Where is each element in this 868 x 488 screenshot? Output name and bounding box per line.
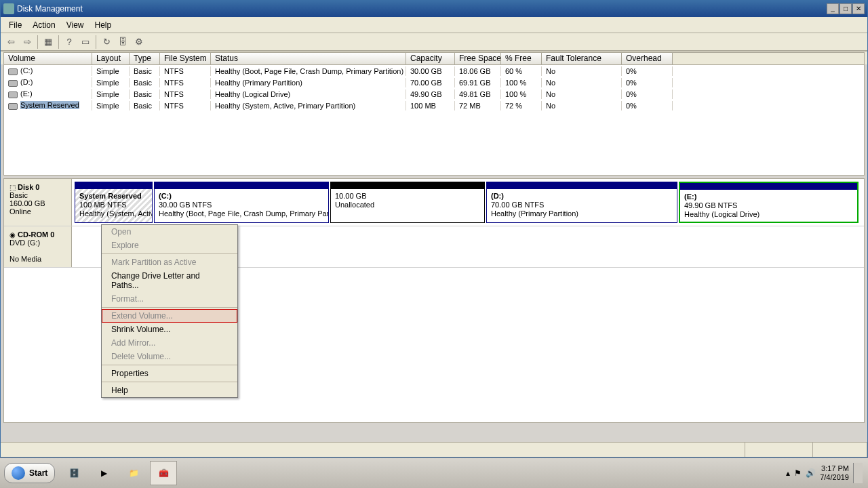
system-tray[interactable]: ▴ ⚑ 🔊 3:17 PM 7/4/2019 bbox=[781, 463, 868, 483]
start-button[interactable]: Start bbox=[4, 463, 55, 483]
minimize-button[interactable]: _ bbox=[827, 3, 839, 14]
volume-row[interactable]: (E:)SimpleBasicNTFSHealthy (Logical Driv… bbox=[4, 88, 864, 100]
forward-button[interactable]: ⇨ bbox=[20, 35, 35, 49]
column-header[interactable]: Fault Tolerance bbox=[542, 53, 622, 64]
cdrom-label: CD-ROM 0 bbox=[18, 230, 54, 239]
refresh-button[interactable]: ↻ bbox=[99, 35, 114, 49]
disk-label: Disk 0 bbox=[18, 183, 39, 191]
menu-item-shrinkvolume[interactable]: Shrink Volume... bbox=[102, 323, 237, 336]
column-header[interactable]: Volume bbox=[4, 53, 92, 64]
show-hide-console-tree-button[interactable]: ▦ bbox=[41, 35, 56, 49]
disk-type: Basic bbox=[9, 191, 28, 199]
close-button[interactable]: ✕ bbox=[852, 3, 865, 14]
partition-unallocated[interactable]: 10.00 GBUnallocated bbox=[330, 182, 485, 223]
show-hidden-icons[interactable]: ▴ bbox=[786, 468, 790, 478]
menu-item-markpartitionasactive: Mark Partition as Active bbox=[102, 256, 237, 269]
disk-0-header[interactable]: ⬚ Disk 0 Basic 160.00 GB Online bbox=[4, 179, 72, 226]
app-icon bbox=[3, 3, 14, 14]
status-text bbox=[1, 443, 745, 457]
server-manager-icon: 🗄️ bbox=[69, 468, 79, 478]
menubar: FileActionViewHelp bbox=[1, 17, 867, 33]
window-title: Disk Management bbox=[17, 4, 83, 14]
start-orb-icon bbox=[12, 466, 25, 480]
volume-icon[interactable]: 🔊 bbox=[806, 468, 816, 478]
cdrom-0-header[interactable]: ◉ CD-ROM 0 DVD (G:) No Media bbox=[4, 226, 72, 267]
settings-button[interactable]: ⚙ bbox=[132, 35, 146, 49]
volume-list-pane[interactable]: VolumeLayoutTypeFile SystemStatusCapacit… bbox=[3, 52, 865, 176]
cdrom-drive: DVD (G:) bbox=[9, 239, 40, 247]
clock-date: 7/4/2019 bbox=[820, 473, 849, 482]
diskmgmt-icon: 🧰 bbox=[159, 468, 169, 478]
menu-item-changedriveletterandpaths[interactable]: Change Drive Letter and Paths... bbox=[102, 269, 237, 292]
menu-item-open: Open bbox=[102, 225, 237, 239]
disk-0-row: ⬚ Disk 0 Basic 160.00 GB Online System R… bbox=[4, 179, 864, 226]
powershell-icon: ▶ bbox=[101, 468, 107, 478]
menu-item-properties[interactable]: Properties bbox=[102, 367, 237, 380]
menu-help[interactable]: Help bbox=[90, 19, 117, 31]
volume-row[interactable]: System ReservedSimpleBasicNTFSHealthy (S… bbox=[4, 100, 864, 111]
column-header[interactable]: % Free bbox=[501, 53, 542, 64]
status-cell-1 bbox=[745, 443, 813, 457]
cdrom-state: No Media bbox=[9, 255, 41, 263]
menu-item-deletevolume: Delete Volume... bbox=[102, 350, 237, 363]
disk-state: Online bbox=[9, 207, 31, 216]
column-header[interactable]: Status bbox=[211, 53, 406, 64]
titlebar[interactable]: Disk Management _ □ ✕ bbox=[1, 1, 867, 17]
column-header[interactable]: Free Space bbox=[455, 53, 501, 64]
partition-area: System Reserved100 MB NTFSHealthy (Syste… bbox=[72, 179, 864, 226]
show-hide-action-pane-button[interactable]: ▭ bbox=[78, 35, 93, 49]
start-label: Start bbox=[29, 468, 47, 478]
taskbar[interactable]: Start 🗄️ ▶ 📁 🧰 ▴ ⚑ 🔊 3:17 PM 7/4/2019 bbox=[0, 458, 868, 488]
volume-row[interactable]: (D:)SimpleBasicNTFSHealthy (Primary Part… bbox=[4, 77, 864, 88]
menu-item-format: Format... bbox=[102, 292, 237, 306]
column-header[interactable]: Layout bbox=[92, 53, 130, 64]
partition-c[interactable]: (C:)30.00 GB NTFSHealthy (Boot, Page Fil… bbox=[154, 182, 329, 223]
taskbar-item-explorer[interactable]: 📁 bbox=[120, 461, 147, 485]
statusbar bbox=[1, 442, 867, 457]
volume-row[interactable]: (C:)SimpleBasicNTFSHealthy (Boot, Page F… bbox=[4, 65, 864, 77]
show-desktop-button[interactable] bbox=[853, 463, 863, 483]
context-menu[interactable]: OpenExploreMark Partition as ActiveChang… bbox=[101, 224, 238, 398]
column-header[interactable]: File System bbox=[160, 53, 211, 64]
partition-e[interactable]: (E:)49.90 GB NTFSHealthy (Logical Drive) bbox=[679, 182, 859, 223]
help-button[interactable]: ? bbox=[62, 35, 77, 49]
back-button[interactable]: ⇦ bbox=[3, 35, 18, 49]
partition-systemreserved[interactable]: System Reserved100 MB NTFSHealthy (Syste… bbox=[75, 182, 153, 223]
toolbar: ⇦ ⇨ ▦ ? ▭ ↻ 🗄 ⚙ bbox=[1, 33, 867, 51]
taskbar-item-diskmgmt[interactable]: 🧰 bbox=[150, 461, 177, 485]
column-header[interactable]: Capacity bbox=[406, 53, 455, 64]
taskbar-item-server-manager[interactable]: 🗄️ bbox=[60, 461, 87, 485]
menu-file[interactable]: File bbox=[3, 19, 27, 31]
status-cell-2 bbox=[813, 443, 867, 457]
maximize-button[interactable]: □ bbox=[840, 3, 852, 14]
menu-item-explore: Explore bbox=[102, 239, 237, 252]
clock-time: 3:17 PM bbox=[820, 464, 849, 473]
clock[interactable]: 3:17 PM 7/4/2019 bbox=[820, 464, 849, 482]
column-header[interactable]: Type bbox=[130, 53, 160, 64]
partition-d[interactable]: (D:)70.00 GB NTFSHealthy (Primary Partit… bbox=[486, 182, 677, 223]
flag-icon[interactable]: ⚑ bbox=[794, 468, 802, 478]
disk-management-window: Disk Management _ □ ✕ FileActionViewHelp… bbox=[0, 0, 868, 458]
menu-view[interactable]: View bbox=[61, 19, 90, 31]
menu-item-extendvolume: Extend Volume... bbox=[102, 309, 237, 323]
disk-size: 160.00 GB bbox=[9, 199, 45, 207]
menu-item-addmirror: Add Mirror... bbox=[102, 336, 237, 350]
taskbar-item-powershell[interactable]: ▶ bbox=[90, 461, 117, 485]
menu-item-help[interactable]: Help bbox=[102, 384, 237, 397]
column-header[interactable]: Overhead bbox=[622, 53, 673, 64]
menu-action[interactable]: Action bbox=[27, 19, 60, 31]
column-headers[interactable]: VolumeLayoutTypeFile SystemStatusCapacit… bbox=[4, 53, 864, 65]
explorer-icon: 📁 bbox=[129, 468, 139, 478]
volume-rows: (C:)SimpleBasicNTFSHealthy (Boot, Page F… bbox=[4, 65, 864, 111]
rescan-disks-button[interactable]: 🗄 bbox=[115, 35, 130, 49]
